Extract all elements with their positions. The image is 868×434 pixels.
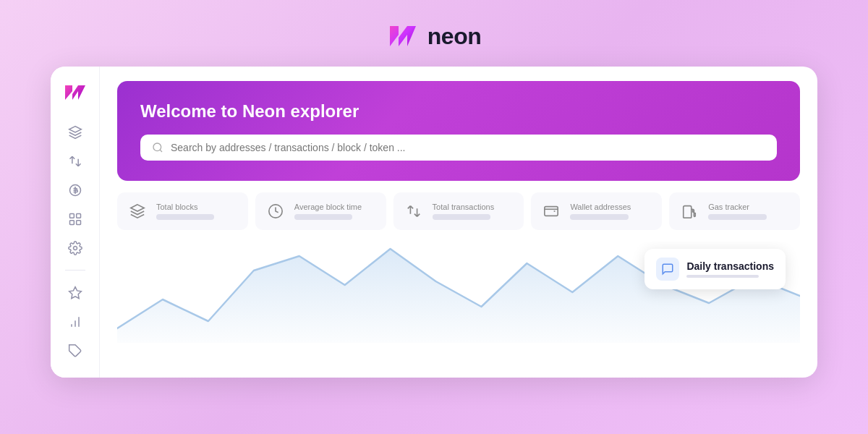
sidebar-item-favorites[interactable]: [61, 281, 90, 305]
stat-gas-tracker-bar: [708, 214, 766, 220]
stat-avg-block-time-bar: [294, 214, 352, 220]
sidebar-item-analytics[interactable]: [61, 310, 90, 334]
stat-total-blocks-info: Total blocks: [156, 203, 239, 220]
svg-rect-14: [545, 207, 558, 216]
daily-transactions-bar: [686, 275, 759, 278]
sidebar-item-transactions[interactable]: [61, 149, 90, 174]
stat-total-transactions-bar: [433, 214, 490, 220]
sidebar-divider: [65, 270, 85, 271]
stat-gas-tracker-info: Gas tracker: [708, 203, 791, 220]
app-name: neon: [427, 23, 481, 50]
neon-logo-icon: [387, 20, 419, 52]
stat-total-blocks-bar: [156, 214, 214, 220]
hero-banner: Welcome to Neon explorer: [117, 81, 800, 181]
svg-rect-7: [76, 220, 80, 224]
daily-transactions-label: Daily transactions: [686, 260, 774, 272]
search-icon: [152, 142, 163, 153]
arrows-icon: [402, 200, 425, 223]
svg-rect-5: [76, 213, 80, 218]
main-card: Welcome to Neon explorer Tot: [51, 67, 817, 378]
svg-marker-9: [69, 287, 81, 299]
stat-avg-block-time-label: Average block time: [294, 203, 378, 211]
search-bar[interactable]: [140, 135, 777, 161]
svg-line-12: [160, 150, 162, 152]
main-content: Welcome to Neon explorer Tot: [100, 67, 817, 378]
app-header: neon: [387, 20, 481, 52]
stat-gas-tracker[interactable]: Gas tracker: [669, 192, 800, 230]
svg-rect-6: [69, 220, 74, 224]
svg-rect-4: [69, 213, 74, 218]
svg-point-11: [153, 143, 161, 151]
sidebar-item-tokens[interactable]: [61, 178, 90, 203]
stat-total-transactions-label: Total transactions: [433, 203, 516, 211]
stat-total-blocks-label: Total blocks: [156, 203, 239, 211]
sidebar-item-settings[interactable]: [61, 236, 90, 260]
stat-wallet-addresses-bar: [570, 214, 628, 220]
sidebar: [51, 67, 100, 378]
svg-point-8: [73, 246, 77, 250]
stat-avg-block-time-info: Average block time: [294, 203, 378, 220]
cube-icon: [126, 200, 149, 223]
svg-marker-1: [390, 26, 416, 46]
stat-wallet-addresses-info: Wallet addresses: [570, 203, 653, 220]
daily-transactions-card: Daily transactions: [644, 249, 786, 289]
stat-total-transactions-info: Total transactions: [433, 203, 516, 220]
stat-total-blocks[interactable]: Total blocks: [117, 192, 248, 230]
sidebar-item-tags[interactable]: [61, 339, 90, 363]
clock-icon: [264, 200, 287, 223]
stat-total-transactions[interactable]: Total transactions: [393, 192, 524, 230]
gas-icon: [678, 200, 701, 223]
stats-row: Total blocks Average block time: [117, 192, 800, 230]
hero-title: Welcome to Neon explorer: [140, 101, 777, 122]
daily-transactions-info: Daily transactions: [686, 260, 774, 278]
stat-gas-tracker-label: Gas tracker: [708, 203, 791, 211]
stat-wallet-addresses[interactable]: Wallet addresses: [531, 192, 662, 230]
sidebar-logo[interactable]: [64, 81, 87, 104]
wallet-icon: [540, 200, 563, 223]
sidebar-item-blocks[interactable]: [61, 120, 90, 145]
stat-wallet-addresses-label: Wallet addresses: [570, 203, 653, 211]
search-input[interactable]: [171, 142, 765, 153]
svg-marker-2: [65, 85, 85, 100]
daily-transactions-icon: [656, 258, 679, 281]
sidebar-item-dashboard[interactable]: [61, 207, 90, 231]
chart-area: Daily transactions: [117, 242, 800, 378]
stat-avg-block-time[interactable]: Average block time: [255, 192, 386, 230]
